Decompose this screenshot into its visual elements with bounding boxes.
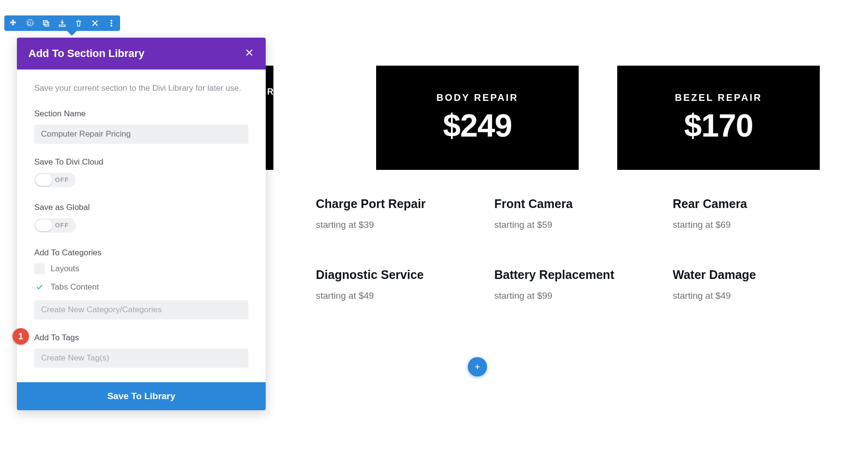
toolbar-pointer-icon — [67, 31, 77, 36]
checkbox-checked-icon[interactable] — [34, 282, 45, 292]
pricing-card-price: $249 — [443, 107, 512, 144]
modal-description: Save your current section to the Divi Li… — [34, 82, 248, 95]
service-price: starting at $49 — [673, 291, 851, 301]
duplicate-icon[interactable] — [41, 18, 51, 28]
service-item: Charge Port Repair starting at $39 — [316, 197, 494, 230]
gear-icon[interactable] — [25, 18, 34, 28]
service-price: starting at $49 — [316, 291, 494, 301]
toggle-knob-icon — [36, 220, 52, 231]
service-title: Rear Camera — [673, 197, 851, 211]
modal-body: Save your current section to the Divi Li… — [17, 69, 266, 382]
annotation-badge: 1 — [13, 328, 29, 345]
move-icon[interactable] — [8, 18, 18, 28]
pricing-card-price: $170 — [684, 107, 753, 144]
service-item: Front Camera starting at $59 — [494, 197, 673, 230]
service-title: Diagnostic Service — [316, 268, 494, 282]
service-price: starting at $39 — [316, 220, 494, 230]
close-icon — [244, 48, 254, 57]
section-toolbar — [4, 15, 120, 31]
categories-label: Add To Categories — [34, 248, 248, 258]
add-module-button[interactable] — [468, 357, 487, 376]
category-item-layouts[interactable]: Layouts — [34, 264, 248, 274]
category-item-tabs-content[interactable]: Tabs Content — [34, 282, 248, 292]
save-to-library-modal: Add To Section Library Save your current… — [17, 38, 266, 410]
service-item: Rear Camera starting at $69 — [673, 197, 851, 230]
svg-rect-1 — [45, 22, 49, 26]
new-category-input[interactable] — [34, 300, 248, 319]
pricing-cards-row: BODY REPAIR $249 BEZEL REPAIR $170 — [376, 66, 820, 170]
service-price: starting at $99 — [494, 291, 673, 301]
service-title: Water Damage — [673, 268, 851, 282]
pricing-card: BEZEL REPAIR $170 — [617, 66, 820, 170]
pricing-card-partial-title: R — [267, 87, 274, 97]
save-global-toggle[interactable]: OFF — [34, 218, 76, 233]
section-name-label: Section Name — [34, 109, 248, 119]
toggle-state: OFF — [55, 176, 69, 183]
save-cloud-toggle[interactable]: OFF — [34, 173, 76, 187]
close-icon[interactable] — [90, 18, 100, 28]
service-price: starting at $59 — [494, 220, 673, 230]
pricing-card-title: BODY REPAIR — [436, 92, 518, 103]
service-price: starting at $69 — [673, 220, 851, 230]
service-item: Battery Replacement starting at $99 — [494, 268, 673, 301]
service-item: Diagnostic Service starting at $49 — [316, 268, 494, 301]
pricing-card: BODY REPAIR $249 — [376, 66, 579, 170]
services-grid: Charge Port Repair starting at $39 Front… — [316, 197, 851, 301]
service-title: Front Camera — [494, 197, 673, 211]
svg-point-4 — [111, 25, 112, 27]
save-to-library-icon[interactable] — [57, 18, 67, 28]
tags-label: Add To Tags — [34, 333, 248, 343]
trash-icon[interactable] — [74, 18, 83, 28]
modal-header: Add To Section Library — [17, 38, 266, 69]
category-label: Layouts — [51, 264, 80, 274]
toggle-knob-icon — [36, 174, 52, 186]
toggle-state: OFF — [55, 222, 69, 229]
plus-icon — [474, 363, 481, 371]
svg-rect-0 — [43, 21, 47, 25]
service-item: Water Damage starting at $49 — [673, 268, 851, 301]
service-title: Battery Replacement — [494, 268, 673, 282]
modal-close-button[interactable] — [244, 48, 254, 59]
save-to-library-button[interactable]: Save To Library — [17, 382, 266, 410]
svg-point-2 — [111, 20, 112, 21]
more-icon[interactable] — [107, 18, 116, 28]
section-name-input[interactable] — [34, 125, 248, 144]
category-label: Tabs Content — [51, 282, 99, 292]
new-tag-input[interactable] — [34, 348, 248, 368]
modal-title: Add To Section Library — [28, 47, 144, 60]
save-global-label: Save as Global — [34, 203, 248, 212]
svg-point-3 — [111, 23, 112, 24]
service-title: Charge Port Repair — [316, 197, 494, 211]
save-cloud-label: Save To Divi Cloud — [34, 157, 248, 167]
checkbox-icon[interactable] — [34, 264, 45, 274]
pricing-card-title: BEZEL REPAIR — [675, 92, 762, 103]
categories-list: Layouts Tabs Content — [34, 264, 248, 292]
